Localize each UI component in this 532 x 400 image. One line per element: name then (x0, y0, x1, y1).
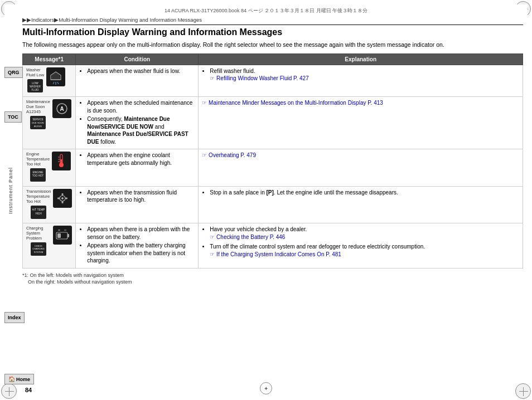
condition-cell-row5: Appears when there is a problem with the… (76, 223, 199, 269)
info-table: Message*1 Condition Explanation WasherFl… (22, 53, 523, 269)
table-row: EngineTemperatureToo Hot ENGINE TOO HOT (23, 149, 523, 187)
svg-rect-31 (62, 193, 64, 196)
svg-rect-42 (57, 233, 61, 238)
bottom-compass-decoration (260, 382, 272, 394)
svg-text:FLUID: FLUID (32, 89, 40, 91)
msg-cell-row5: ChargingSystem Problem CHECK CHARGING SY… (23, 223, 76, 269)
sidebar-item-index[interactable]: Index (4, 312, 25, 323)
msg-wrapper-row1: WasherFluid Low LOW WASHER FLUID (26, 67, 72, 95)
svg-text:WASHER: WASHER (30, 85, 41, 88)
msg-cell-row4: TransmissionTemperatureToo Hot A/T TEMP … (23, 186, 76, 223)
sidebar-item-home[interactable]: 🏠 Home (4, 374, 34, 384)
condition-cell-row3: Appears when the engine coolant temperat… (76, 149, 199, 187)
washer-icon: LOW WASHER FLUID (26, 79, 44, 95)
svg-text:HIGH: HIGH (36, 212, 42, 215)
link-checking-battery[interactable]: Checking the Battery P. 446 (216, 234, 285, 240)
washer-icon-graphic (46, 67, 65, 89)
msg-label-row4: TransmissionTemperatureToo Hot A/T TEMP … (26, 189, 51, 221)
svg-rect-33 (57, 197, 60, 199)
ref-arrow-icon: ☞ (210, 234, 215, 240)
svg-text:A: A (60, 106, 64, 112)
ref-arrow-icon: ☞ (210, 75, 215, 81)
svg-rect-34 (65, 197, 67, 199)
intro-paragraph: The following messages appear only on th… (22, 41, 523, 49)
qrg-label: QRG (8, 70, 20, 75)
msg-label-row2: MaintenanceDue SoonA12345 SERVICE DUE SO… (26, 99, 50, 131)
svg-point-21 (59, 163, 64, 167)
explanation-cell-row5: Have your vehicle checked by a dealer. ☞… (199, 223, 523, 269)
link-maintenance-minder[interactable]: Maintenance Minder Messages on the Multi… (209, 100, 383, 106)
svg-text:LOW: LOW (32, 81, 38, 85)
ref-arrow-icon: ☞ (210, 251, 215, 257)
link-charging-system[interactable]: If the Charging System Indicator Comes O… (216, 251, 341, 257)
explanation-cell-row3: ☞ Overheating P. 479 (199, 149, 523, 187)
svg-text:A12345: A12345 (35, 125, 43, 128)
svg-text:A/T TEMP: A/T TEMP (32, 208, 46, 211)
charging-icon-graphic (53, 226, 72, 247)
ref-arrow-icon: ☞ (202, 100, 207, 106)
breadcrumb: ▶▶Indicators▶Multi-Information Display W… (22, 17, 523, 25)
table-row: TransmissionTemperatureToo Hot A/T TEMP … (23, 186, 523, 223)
svg-rect-32 (62, 201, 64, 203)
svg-text:SYSTEM: SYSTEM (34, 251, 43, 253)
condition-cell-row2: Appears when the scheduled maintenance i… (76, 97, 199, 149)
msg-cell-row1: WasherFluid Low LOW WASHER FLUID (23, 65, 76, 97)
engine-temp-icon-graphic (52, 152, 71, 173)
page-header: 14 ACURA RLX-31TY26000.book 84 ページ ２０１３年… (4, 4, 528, 17)
col-header-condition: Condition (76, 53, 199, 65)
msg-label-row1: WasherFluid Low LOW WASHER FLUID (26, 67, 44, 95)
svg-point-30 (61, 197, 64, 199)
msg-label-row5: ChargingSystem Problem CHECK CHARGING SY… (26, 226, 51, 258)
sidebar-item-toc[interactable]: TOC (4, 111, 22, 123)
explanation-cell-row1: Refill washer fluid. ☞ Refilling Window … (199, 65, 523, 97)
svg-text:CHECK: CHECK (35, 245, 42, 247)
link-overheating[interactable]: Overheating P. 479 (209, 152, 256, 158)
page-number: 84 (25, 387, 32, 393)
sidebar-item-qrg[interactable]: QRG (4, 67, 23, 78)
sidebar-instrument-panel-label: Instrument Panel (8, 167, 13, 214)
condition-cell-row4: Appears when the transmission fluid temp… (76, 186, 199, 223)
corner-decoration-bl (1, 383, 17, 399)
msg-cell-row2: MaintenanceDue SoonA12345 SERVICE DUE SO… (23, 97, 76, 149)
table-row: MaintenanceDue SoonA12345 SERVICE DUE SO… (23, 97, 523, 149)
msg-wrapper-row4: TransmissionTemperatureToo Hot A/T TEMP … (26, 189, 72, 221)
svg-text:ENGINE: ENGINE (32, 170, 43, 174)
svg-text:TOO HOT: TOO HOT (32, 174, 44, 177)
home-icon: 🏠 (8, 376, 15, 382)
toc-label: TOC (8, 114, 18, 120)
msg-label-row3: EngineTemperatureToo Hot ENGINE TOO HOT (26, 152, 50, 184)
trans-temp-icon-graphic (53, 189, 72, 210)
condition-cell-row1: Appears when the washer fluid is low. (76, 65, 199, 97)
col-header-message: Message*1 (23, 53, 76, 65)
main-content-area: ▶▶Indicators▶Multi-Information Display W… (22, 17, 523, 391)
table-row: WasherFluid Low LOW WASHER FLUID (23, 65, 523, 97)
maintenance-icon-graphic: A (52, 99, 71, 120)
header-text: 14 ACURA RLX-31TY26000.book 84 ページ ２０１３年… (165, 7, 367, 14)
home-label: Home (16, 377, 30, 382)
ref-arrow-icon: ☞ (202, 152, 207, 158)
svg-text:CHARGING: CHARGING (32, 247, 45, 250)
svg-rect-41 (67, 234, 69, 237)
explanation-cell-row2: ☞ Maintenance Minder Messages on the Mul… (199, 97, 523, 149)
link-washer-fluid[interactable]: Refilling Window Washer Fluid P. 427 (216, 75, 309, 81)
msg-wrapper-row3: EngineTemperatureToo Hot ENGINE TOO HOT (26, 152, 72, 184)
svg-text:SERVICE: SERVICE (33, 118, 44, 121)
table-row: ChargingSystem Problem CHECK CHARGING SY… (23, 223, 523, 269)
msg-cell-row3: EngineTemperatureToo Hot ENGINE TOO HOT (23, 149, 76, 187)
footnote-text: *1: On the left: Models with navigation … (22, 272, 132, 285)
index-label: Index (8, 315, 21, 320)
col-header-explanation: Explanation (199, 53, 523, 65)
page-title: Multi-Information Display Warning and In… (22, 27, 523, 37)
footnote: *1: On the left: Models with navigation … (22, 272, 523, 286)
explanation-cell-row4: Stop in a safe place in [P]. Let the eng… (199, 186, 523, 223)
svg-text:DUE SOON: DUE SOON (32, 121, 44, 124)
msg-wrapper-row2: MaintenanceDue SoonA12345 SERVICE DUE SO… (26, 99, 72, 131)
msg-wrapper-row5: ChargingSystem Problem CHECK CHARGING SY… (26, 226, 72, 258)
